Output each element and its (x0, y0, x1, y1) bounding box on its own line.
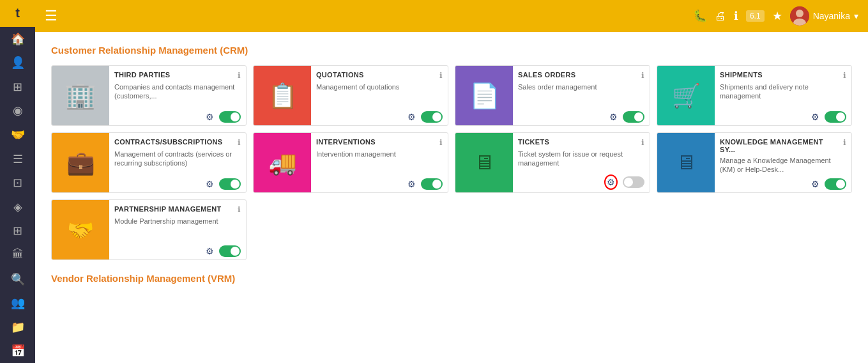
sidebar-item-search[interactable]: 🔍 (0, 267, 35, 291)
partnership-icon: 🤝 (67, 217, 94, 243)
module-header-tickets: TICKETS ℹ (518, 138, 644, 147)
info-icon-third-parties[interactable]: ℹ (238, 71, 241, 80)
chevron-down-icon: ▾ (854, 11, 858, 21)
info-icon-interventions[interactable]: ℹ (439, 138, 443, 147)
sidebar-item-handshake[interactable]: 🤝 (0, 123, 35, 147)
gear-icon-sales-orders[interactable]: ⚙ (609, 112, 618, 122)
avatar (790, 6, 809, 26)
sales-order-icon: 📄 (469, 82, 499, 110)
module-info-shipments: SHIPMENTS ℹ Shipments and delivery note … (715, 66, 851, 125)
module-title-knowledge: KNOWLEDGE MANAGEMENT SY... (720, 138, 841, 153)
vrm-section: Vendor Relationship Management (VRM) (51, 273, 852, 284)
gear-icon-partnership[interactable]: ⚙ (206, 246, 214, 256)
module-title-tickets: TICKETS (518, 138, 639, 146)
gear-icon-third-parties[interactable]: ⚙ (206, 112, 214, 122)
sidebar-item-user[interactable]: 👤 (0, 50, 35, 75)
info-icon-contracts[interactable]: ℹ (238, 138, 241, 147)
user-name: Nayanika (813, 11, 850, 21)
info-icon-partnership[interactable]: ℹ (238, 205, 241, 214)
module-title-sales-orders: SALES ORDERS (518, 71, 639, 79)
gear-icon-shipments[interactable]: ⚙ (811, 112, 819, 122)
sidebar-item-list[interactable]: ☰ (0, 147, 35, 171)
info-icon-tickets[interactable]: ℹ (641, 138, 644, 147)
sidebar-item-people[interactable]: 👥 (0, 291, 35, 315)
module-desc-partnership: Module Partnership management (114, 217, 241, 243)
sidebar-item-home[interactable]: 🏠 (0, 27, 35, 51)
toggle-tickets[interactable]: .toggle-off { background: #ccc !importan… (623, 176, 644, 188)
module-interventions: 🚚 INTERVENTIONS ℹ Intervention managemen… (253, 132, 448, 193)
module-footer-sales-orders: ⚙ (518, 111, 644, 123)
toggle-knowledge[interactable] (825, 178, 846, 190)
module-title-quotations: QUOTATIONS (316, 71, 437, 79)
favorites-icon[interactable]: ★ (772, 9, 782, 23)
sidebar-item-box[interactable]: ⊡ (0, 171, 35, 195)
module-icon-contracts[interactable]: 💼 (52, 133, 109, 192)
module-info-partnership: PARTNERSHIP MANAGEMENT ℹ Module Partners… (109, 200, 246, 259)
module-third-parties: 🏢 THIRD PARTIES ℹ Companies and contacts… (51, 65, 247, 126)
main-wrapper: ☰ 🐛 🖨 ℹ 6.1 ★ Nayanika ▾ Customer R (35, 0, 868, 363)
content-area: Customer Relationship Management (CRM) 🏢… (35, 32, 868, 363)
topbar-right: 🐛 🖨 ℹ 6.1 ★ Nayanika ▾ (693, 6, 858, 26)
sidebar-item-columns[interactable]: ⊞ (0, 219, 35, 243)
toggle-sales-orders[interactable] (623, 111, 644, 123)
toggle-quotations[interactable] (421, 111, 443, 123)
info-icon-knowledge[interactable]: ℹ (843, 138, 846, 147)
sidebar-item-grid[interactable]: ⊞ (0, 75, 35, 99)
module-info-tickets: TICKETS ℹ Ticket system for issue or req… (513, 133, 650, 192)
toggle-partnership[interactable] (219, 245, 241, 257)
sidebar-item-calendar[interactable]: 📅 (0, 339, 35, 363)
info-icon-shipments[interactable]: ℹ (843, 71, 846, 80)
module-header-contracts: CONTRACTS/SUBSCRIPTIONS ℹ (114, 138, 241, 147)
menu-icon[interactable]: ☰ (45, 8, 57, 24)
module-icon-sales-orders[interactable]: 📄 (455, 66, 513, 125)
knowledge-icon: 🖥 (676, 151, 696, 174)
module-icon-knowledge[interactable]: 🖥 (657, 133, 715, 192)
gear-icon-contracts[interactable]: ⚙ (206, 179, 214, 189)
module-desc-shipments: Shipments and delivery note management (720, 82, 846, 109)
module-icon-partnership[interactable]: 🤝 (52, 200, 109, 259)
module-header-interventions: INTERVENTIONS ℹ (316, 138, 443, 147)
toggle-interventions[interactable] (421, 178, 443, 190)
toggle-shipments[interactable] (825, 111, 846, 123)
gear-icon-knowledge[interactable]: ⚙ (811, 179, 819, 189)
module-icon-interventions[interactable]: 🚚 (254, 133, 311, 192)
module-desc-quotations: Management of quotations (316, 82, 443, 109)
module-info-sales-orders: SALES ORDERS ℹ Sales order management ⚙ (513, 66, 650, 125)
help-icon[interactable]: ℹ (734, 9, 738, 23)
module-icon-quotations[interactable]: 📋 (254, 66, 311, 125)
info-icon-quotations[interactable]: ℹ (439, 71, 443, 80)
user-menu[interactable]: Nayanika ▾ (790, 6, 858, 26)
module-shipments: 🛒 SHIPMENTS ℹ Shipments and delivery not… (657, 65, 852, 126)
module-header-sales-orders: SALES ORDERS ℹ (518, 71, 644, 80)
module-info-contracts: CONTRACTS/SUBSCRIPTIONS ℹ Management of … (109, 133, 246, 192)
crm-section-title[interactable]: Customer Relationship Management (CRM) (51, 45, 852, 56)
module-icon-tickets[interactable]: 🖥 (455, 133, 513, 192)
module-info-knowledge: KNOWLEDGE MANAGEMENT SY... ℹ Manage a Kn… (715, 133, 851, 192)
sidebar-item-building[interactable]: 🏛 (0, 243, 35, 267)
sidebar-item-tag[interactable]: ◈ (0, 195, 35, 219)
toggle-third-parties[interactable] (219, 111, 241, 123)
module-title-third-parties: THIRD PARTIES (114, 71, 235, 79)
print-icon[interactable]: 🖨 (715, 10, 726, 23)
sidebar-logo[interactable]: t (0, 0, 35, 27)
vrm-section-title[interactable]: Vendor Relationship Management (VRM) (51, 273, 852, 284)
sidebar: t 🏠 👤 ⊞ ◉ 🤝 ☰ ⊡ ◈ ⊞ 🏛 🔍 👥 📁 📅 (0, 0, 35, 363)
sidebar-item-folder[interactable]: 📁 (0, 315, 35, 339)
module-footer-interventions: ⚙ (316, 178, 443, 190)
info-icon-sales-orders[interactable]: ℹ (641, 71, 644, 80)
shipment-icon: 🛒 (672, 82, 701, 109)
module-icon-third-parties[interactable]: 🏢 (52, 66, 109, 125)
topbar: ☰ 🐛 🖨 ℹ 6.1 ★ Nayanika ▾ (35, 0, 868, 32)
contracts-icon: 💼 (66, 150, 95, 176)
module-header-partnership: PARTNERSHIP MANAGEMENT ℹ (114, 205, 241, 214)
gear-icon-interventions[interactable]: ⚙ (407, 179, 416, 189)
module-icon-shipments[interactable]: 🛒 (657, 66, 715, 125)
debug-icon[interactable]: 🐛 (693, 9, 707, 23)
module-footer-shipments: ⚙ (720, 111, 846, 123)
gear-icon-quotations[interactable]: ⚙ (407, 112, 416, 122)
toggle-contracts[interactable] (219, 178, 241, 190)
module-quotations: 📋 QUOTATIONS ℹ Management of quotations … (253, 65, 448, 126)
module-footer-knowledge: ⚙ (720, 178, 846, 190)
sidebar-item-circle[interactable]: ◉ (0, 99, 35, 123)
gear-icon-tickets[interactable]: ⚙ (604, 174, 618, 190)
